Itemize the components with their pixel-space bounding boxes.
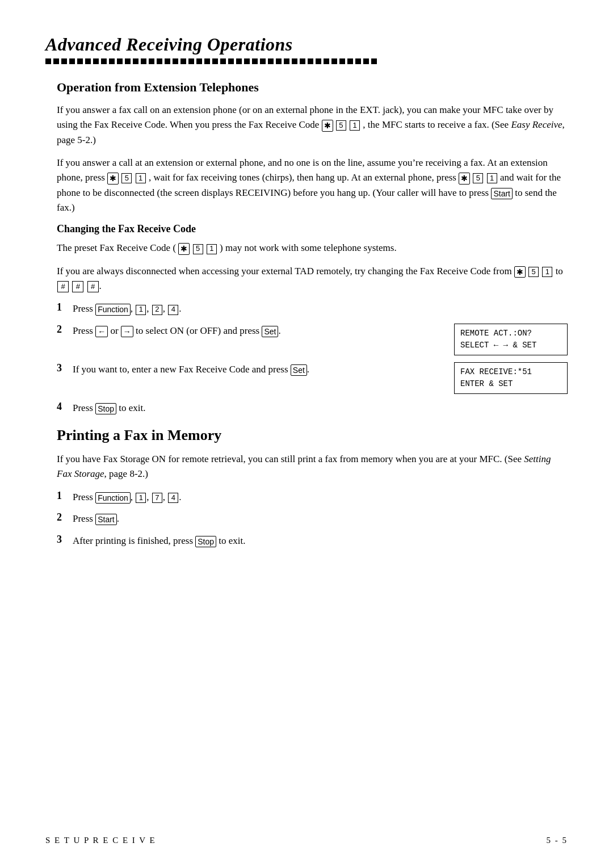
key-5c: 5 [473,173,483,183]
key-5e: 5 [528,267,539,277]
set-btn-3: Set [291,364,307,376]
from-star: ✱ [514,266,526,278]
start-btn-2: Start [95,514,117,525]
subsection-title: Changing the Fax Receive Code [57,223,568,235]
key-2-s1: 2 [152,305,162,315]
s2-step2-content: Press Start. [73,511,568,526]
key-1-s1: 1 [136,305,146,315]
subsection-para2: If you are always disconnected when acce… [57,264,568,294]
key-1b: 1 [136,173,146,183]
step1-row: 1 Press Function, 1, 2, 4. [57,301,568,316]
s2-step2-num: 2 [57,511,73,523]
step3-num: 3 [57,362,73,374]
key-hash2: # [72,281,83,292]
footer-left: S E T U P R E C E I V E [45,836,156,845]
key-1d: 1 [207,244,217,254]
function-btn-1: Function [95,304,131,315]
right-arrow-btn: → [121,326,133,337]
step4-num: 4 [57,401,73,413]
step3-display: FAX RECEIVE:*51 ENTER & SET [454,362,568,394]
footer: S E T U P R E C E I V E 5 - 5 [45,836,568,845]
preset-star: ✱ [178,243,190,254]
step1-num: 1 [57,301,73,313]
set-btn-2: Set [262,326,278,337]
function-btn-2: Function [95,492,131,504]
step4-row: 4 Press Stop to exit. [57,401,568,416]
stop-btn-1: Stop [95,403,116,414]
step4-content: Press Stop to exit. [73,401,568,416]
key-4-s2: 4 [168,493,178,503]
section1-para1: If you answer a fax call on an extension… [57,103,568,148]
section2-title: Printing a Fax in Memory [57,427,568,444]
key-1-s2: 1 [136,493,146,503]
key-1c: 1 [487,173,497,183]
key-5: 5 [336,120,346,131]
s2-step1-row: 1 Press Function, 1, 7, 4. [57,490,568,505]
s2-step3-row: 3 After printing is finished, press Stop… [57,534,568,548]
section1-title: Operation from Extension Telephones [57,80,568,95]
s2-step1-content: Press Function, 1, 7, 4. [73,490,568,505]
step3-row: 3 If you want to, enter a new Fax Receiv… [57,362,568,394]
start-btn-inline: Start [491,188,513,199]
page-title: Advanced Receiving Operations [45,34,568,55]
title-divider-dots [45,58,568,64]
key-5b: 5 [121,173,132,183]
step2-row: 2 Press ← or → to select ON (or OFF) and… [57,324,568,355]
step2-display: REMOTE ACT.:ON? SELECT ← → & SET [454,324,568,355]
fax-receive-code-star3: ✱ [459,173,470,184]
section1-para2: If you answer a call at an extension or … [57,156,568,215]
s2-step3-num: 3 [57,534,73,546]
key-5d: 5 [193,244,203,254]
subsection-para1: The preset Fax Receive Code ( ✱ 5 1 ) ma… [57,241,568,255]
key-1: 1 [350,120,360,131]
s2-step2-row: 2 Press Start. [57,511,568,526]
step1-content: Press Function, 1, 2, 4. [73,301,568,316]
s2-step1-num: 1 [57,490,73,502]
section2-para1: If you have Fax Storage ON for remote re… [57,452,568,482]
fax-receive-code-star: ✱ [322,120,333,131]
key-7-s2: 7 [152,493,162,503]
key-1e: 1 [542,267,552,277]
key-hash1: # [57,281,69,292]
step3-content: If you want to, enter a new Fax Receive … [73,362,437,377]
key-hash3: # [87,281,99,292]
left-arrow-btn: ← [95,326,108,337]
step2-num: 2 [57,324,73,336]
stop-btn-2: Stop [195,536,216,547]
footer-right: 5 - 5 [547,836,568,845]
step2-content: Press ← or → to select ON (or OFF) and p… [73,324,437,338]
key-4-s1: 4 [168,305,178,315]
fax-receive-code-star2: ✱ [107,173,119,184]
s2-step3-content: After printing is finished, press Stop t… [73,534,568,548]
